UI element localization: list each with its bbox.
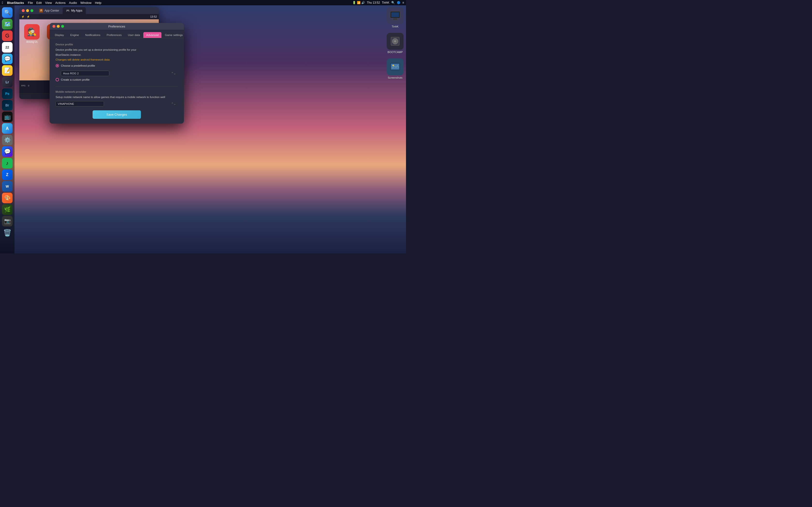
- bs-close-button[interactable]: [22, 9, 24, 12]
- bs-tab-my-apps-icon: 🎮: [66, 9, 70, 12]
- dock-icon-notes[interactable]: 📝: [2, 65, 12, 76]
- device-profile-title: Device profile: [56, 43, 178, 46]
- predefined-select-arrow-icon: ⌃⌄: [171, 72, 176, 75]
- bs-tab-app-center-icon: 📦: [39, 9, 43, 12]
- bs-tab-app-center-label: App Center: [45, 9, 59, 12]
- apple-logo-icon[interactable]: : [2, 1, 3, 5]
- dock: 🔍 🗺️ G 22 💬 📝 Lr Ps Br 📺 A ⚙️ 💬 ♪ Z W 🎨 …: [0, 5, 14, 253]
- menubar-items: File Edit View Actions Audio Window Help: [28, 1, 101, 5]
- device-profile-radio-group: Choose a predefined profile Asus ROG 2 ⌃…: [56, 64, 178, 81]
- dock-icon-finder[interactable]: 🔍: [2, 7, 12, 18]
- dock-icon-appletv[interactable]: 📺: [2, 112, 12, 122]
- dock-icon-system[interactable]: ⚙️: [2, 135, 12, 145]
- menu-view[interactable]: View: [45, 1, 52, 5]
- menubar-user: TinhK: [382, 1, 389, 4]
- menubar-time: Thu 13:52: [367, 1, 380, 4]
- predefined-select-wrapper: Asus ROG 2 ⌃⌄: [61, 71, 178, 76]
- menubar-app-name[interactable]: BlueStacks: [7, 1, 24, 5]
- desktop-icons-right: TinhK BOOTCAMP: [387, 7, 404, 79]
- pref-tab-user-data[interactable]: User data: [125, 32, 143, 38]
- menu-help[interactable]: Help: [95, 1, 101, 5]
- bs-tab-my-apps[interactable]: 🎮 My Apps: [63, 7, 86, 14]
- dock-icon-word[interactable]: W: [2, 181, 12, 192]
- dock-icon-maps[interactable]: 🗺️: [2, 19, 12, 30]
- bs-app-among-us-label: Among Us: [27, 41, 38, 43]
- radio-predefined-item[interactable]: Choose a predefined profile: [56, 64, 178, 67]
- pref-tab-game-settings[interactable]: Game settings: [162, 32, 184, 38]
- desktop-icon-screenshots-label: Screenshots: [388, 76, 402, 79]
- bs-maximize-button[interactable]: [31, 9, 33, 12]
- bs-minimize-button[interactable]: [26, 9, 29, 12]
- pref-dialog-title: Preferences: [108, 24, 125, 28]
- bs-titlebar: 📦 App Center 🎮 My Apps: [19, 7, 159, 14]
- radio-custom-item[interactable]: Create a custom profile: [56, 78, 178, 81]
- predefined-profile-select[interactable]: Asus ROG 2: [61, 71, 109, 76]
- dock-icon-camera[interactable]: 📷: [2, 216, 12, 226]
- pref-tab-engine[interactable]: Engine: [67, 32, 82, 38]
- dock-icon-appstore[interactable]: A: [2, 123, 12, 134]
- preferences-dialog: Preferences Display Engine Notifications…: [50, 23, 184, 124]
- save-changes-button[interactable]: Save Changes: [93, 110, 141, 119]
- svg-point-7: [394, 40, 396, 42]
- menubar-left:  BlueStacks File Edit View Actions Audi…: [2, 1, 101, 5]
- pref-minimize-button[interactable]: [57, 25, 60, 28]
- pref-traffic-lights: [52, 25, 64, 28]
- desktop-icon-screenshots[interactable]: Screenshots: [387, 58, 404, 79]
- dock-icon-lightroom[interactable]: Lr: [2, 77, 12, 88]
- menu-audio[interactable]: Audio: [69, 1, 77, 5]
- device-profile-desc2: BlueStacks instance.: [56, 53, 178, 57]
- desktop-icon-bootcamp[interactable]: BOOTCAMP: [387, 33, 404, 54]
- radio-predefined-label: Choose a predefined profile: [61, 64, 95, 67]
- control-center-icon[interactable]: ≡: [402, 1, 404, 4]
- menubar-icons: 🔋 📶 🔊: [352, 1, 365, 4]
- dock-icon-photoshop[interactable]: Ps: [2, 89, 12, 99]
- dock-icon-spotify[interactable]: ♪: [2, 158, 12, 169]
- dock-icon-trash[interactable]: 🗑️: [2, 227, 12, 238]
- dock-icon-vectorize[interactable]: 🌿: [2, 204, 12, 215]
- bs-toolbar-icon1[interactable]: ⚡: [21, 15, 24, 18]
- mobile-network-select[interactable]: VINAPHONE: [56, 101, 104, 107]
- menu-window[interactable]: Window: [80, 1, 91, 5]
- pref-tab-notifications[interactable]: Notifications: [83, 32, 103, 38]
- radio-custom[interactable]: [56, 78, 59, 81]
- desktop:  BlueStacks File Edit View Actions Audi…: [0, 0, 406, 253]
- pref-tabs: Display Engine Notifications Preferences…: [50, 30, 184, 38]
- pref-tab-preferences[interactable]: Preferences: [104, 32, 124, 38]
- pref-tab-display[interactable]: Display: [52, 32, 67, 38]
- pref-tab-advanced[interactable]: Advanced: [143, 32, 161, 38]
- pref-close-button[interactable]: [52, 25, 55, 28]
- bs-tab-my-apps-label: My Apps: [71, 9, 83, 12]
- dock-icon-paint[interactable]: 🎨: [2, 193, 12, 203]
- dock-icon-google[interactable]: G: [2, 31, 12, 41]
- pref-divider: [56, 86, 178, 87]
- menu-actions[interactable]: Actions: [55, 1, 66, 5]
- pref-body: Device profile Device profile lets you s…: [50, 38, 184, 124]
- bs-toolbar-left: ⚡ ⚡: [21, 15, 30, 18]
- menubar-right: 🔋 📶 🔊 Thu 13:52 TinhK 🔍 🔵 ≡: [352, 1, 404, 4]
- dock-icon-bridge[interactable]: Br: [2, 100, 12, 111]
- mobile-network-arrow-icon: ⌃⌄: [171, 102, 176, 106]
- bs-tabs: 📦 App Center 🎮 My Apps: [36, 7, 86, 14]
- desktop-icon-bootcamp-label: BOOTCAMP: [388, 51, 403, 54]
- pref-maximize-button[interactable]: [61, 25, 64, 28]
- desktop-icon-tinhk[interactable]: TinhK: [387, 7, 404, 28]
- svg-rect-1: [391, 12, 399, 17]
- menubar:  BlueStacks File Edit View Actions Audi…: [0, 0, 406, 5]
- radio-custom-label: Create a custom profile: [61, 78, 90, 81]
- dock-icon-zalo[interactable]: Z: [2, 169, 12, 180]
- search-icon[interactable]: 🔍: [391, 1, 395, 4]
- bs-fps-display: FPS 0: [21, 84, 29, 87]
- desktop-icon-tinhk-label: TinhK: [392, 25, 399, 28]
- menu-edit[interactable]: Edit: [36, 1, 42, 5]
- menu-file[interactable]: File: [28, 1, 33, 5]
- bs-toolbar-icon2[interactable]: ⚡: [27, 15, 30, 18]
- device-profile-warning: Changes will delete android framework da…: [56, 58, 178, 61]
- dock-icon-messenger[interactable]: 💬: [2, 146, 12, 157]
- bs-app-among-us[interactable]: 🕵️ Among Us: [24, 24, 40, 43]
- dock-icon-calendar[interactable]: 22: [2, 42, 12, 53]
- dock-icon-messages[interactable]: 💬: [2, 54, 12, 64]
- radio-predefined[interactable]: [56, 64, 59, 67]
- bs-tab-app-center[interactable]: 📦 App Center: [36, 7, 63, 14]
- siri-icon[interactable]: 🔵: [397, 1, 400, 4]
- bs-time-display: 13:52: [150, 15, 157, 18]
